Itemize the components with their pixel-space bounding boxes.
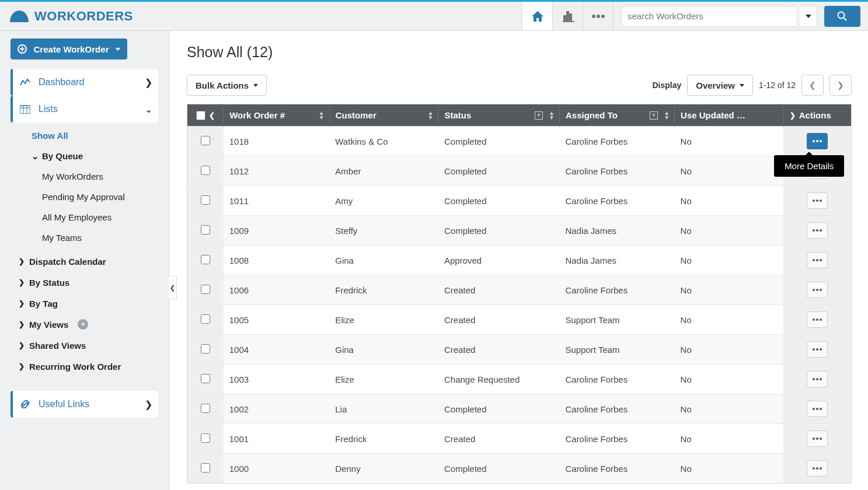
row-checkbox[interactable] [201, 463, 210, 473]
cell-status: Approved [438, 246, 559, 275]
row-actions-button[interactable] [807, 430, 828, 447]
row-checkbox[interactable] [201, 166, 210, 175]
row-checkbox[interactable] [201, 344, 210, 354]
svg-rect-12 [20, 106, 30, 114]
row-checkbox[interactable] [201, 255, 210, 264]
sidebar-category[interactable]: ❯By Tag [11, 293, 158, 314]
chevron-right-icon[interactable]: ❯ [790, 111, 796, 120]
table-row: 1001FredrickCreatedCaroline ForbesNo [187, 424, 852, 454]
filter-icon[interactable]: ▼ [650, 111, 658, 120]
col-actions: ❯Actions [783, 104, 851, 127]
cell-status: Created [438, 424, 559, 454]
cell-status: Completed [438, 127, 559, 156]
col-assigned[interactable]: Assigned To▼▲▼ [559, 104, 674, 127]
row-checkbox[interactable] [201, 225, 210, 235]
cell-assigned: Caroline Forbes [559, 454, 674, 484]
sidebar-category[interactable]: ❯By Status [11, 272, 158, 293]
search-button[interactable] [824, 6, 860, 27]
svg-point-25 [813, 229, 815, 232]
row-checkbox[interactable] [201, 195, 210, 205]
home-icon[interactable] [522, 2, 553, 30]
row-actions-button[interactable] [807, 133, 828, 149]
prev-page-button[interactable]: ❮ [801, 75, 824, 96]
sidebar-queue-item[interactable]: All My Employees [32, 207, 158, 228]
svg-rect-2 [567, 12, 569, 22]
bulk-actions-button[interactable]: Bulk Actions [187, 75, 267, 96]
cell-assigned: Support Team [559, 305, 674, 335]
col-customer[interactable]: Customer▲▼ [329, 104, 438, 127]
cell-updated: No [675, 216, 784, 246]
sidebar-item-by-queue[interactable]: ⌄By Queue [32, 146, 158, 166]
row-checkbox[interactable] [201, 374, 210, 383]
nav-useful-links[interactable]: Useful Links ❯ [11, 391, 158, 418]
svg-point-27 [820, 229, 822, 232]
more-icon[interactable] [583, 2, 613, 30]
row-checkbox[interactable] [201, 285, 210, 294]
select-all-checkbox[interactable] [196, 111, 205, 120]
col-updated[interactable]: Use Updated … [675, 104, 784, 127]
sidebar-queue-item[interactable]: My Teams [32, 228, 158, 248]
cell-assigned: Caroline Forbes [559, 394, 674, 424]
cell-assigned: Caroline Forbes [559, 424, 674, 454]
cell-status: Completed [438, 186, 559, 216]
cell-customer: Lia [329, 394, 438, 424]
create-workorder-button[interactable]: Create WorkOrder [11, 38, 127, 60]
next-page-button[interactable]: ❯ [829, 75, 852, 96]
row-actions-button[interactable] [807, 282, 828, 298]
row-checkbox[interactable] [201, 404, 210, 413]
row-actions-button[interactable] [807, 312, 828, 328]
col-work-order[interactable]: Work Order #▲▼ [224, 104, 330, 127]
row-actions-button[interactable] [807, 252, 828, 268]
sidebar-category[interactable]: ❯Recurring Work Order [11, 356, 158, 377]
sidebar-category[interactable]: ❯Shared Views [11, 335, 158, 356]
row-actions-button[interactable] [807, 192, 828, 209]
row-checkbox[interactable] [201, 314, 210, 324]
cell-id: 1002 [224, 394, 330, 424]
sidebar-category[interactable]: ❯My Views+ [11, 314, 158, 335]
reports-icon[interactable] [552, 2, 583, 30]
chevron-left-icon[interactable]: ❮ [209, 111, 215, 120]
sidebar-queue-item[interactable]: My WorkOrders [32, 166, 158, 187]
chevron-right-icon: ❯ [19, 257, 25, 265]
svg-point-43 [813, 408, 815, 410]
filter-icon[interactable]: ▼ [535, 111, 543, 120]
cell-id: 1006 [224, 275, 330, 305]
sort-icon: ▲▼ [549, 111, 555, 120]
row-checkbox[interactable] [201, 433, 210, 443]
sidebar-queue-item[interactable]: Pending My Approval [32, 187, 158, 207]
nav-dashboard[interactable]: Dashboard ❯ [11, 69, 158, 96]
page-title: Show All (12) [187, 44, 852, 61]
brand: WORKORDERS [10, 9, 133, 24]
search-filter-dropdown[interactable] [800, 6, 817, 27]
row-actions-button[interactable] [807, 460, 828, 477]
row-actions-button[interactable] [807, 371, 828, 387]
svg-point-39 [820, 348, 822, 351]
toolbar: Bulk Actions Display Overview 1-12 of 12… [187, 75, 852, 96]
svg-point-18 [820, 140, 822, 142]
svg-point-6 [601, 15, 605, 18]
cell-assigned: Caroline Forbes [559, 365, 674, 394]
svg-point-28 [813, 259, 815, 261]
svg-point-22 [813, 200, 815, 202]
cell-assigned: Caroline Forbes [559, 156, 674, 186]
cell-status: Completed [438, 454, 559, 484]
row-checkbox[interactable] [201, 136, 210, 145]
sidebar-category[interactable]: ❯Dispatch Calendar [11, 251, 158, 272]
sidebar-item-show-all[interactable]: Show All [32, 125, 158, 146]
svg-rect-3 [570, 14, 571, 22]
search-input[interactable] [621, 6, 796, 27]
cell-customer: Amber [329, 156, 438, 186]
sidebar-collapse-toggle[interactable]: ❮ [169, 276, 177, 299]
row-actions-button[interactable] [807, 222, 828, 239]
sidebar: Create WorkOrder Dashboard ❯ Lists ⌄ Sho… [0, 31, 169, 490]
cell-id: 1001 [224, 424, 330, 454]
row-actions-button[interactable] [807, 341, 828, 358]
nav-lists[interactable]: Lists ⌄ [11, 96, 158, 123]
row-actions-button[interactable] [807, 401, 828, 417]
col-status[interactable]: Status▼▲▼ [438, 104, 559, 127]
cell-updated: No [675, 156, 784, 186]
add-view-icon[interactable]: + [78, 319, 88, 330]
svg-point-7 [838, 12, 845, 18]
display-dropdown[interactable]: Overview [687, 75, 753, 96]
cell-id: 1004 [224, 335, 330, 365]
